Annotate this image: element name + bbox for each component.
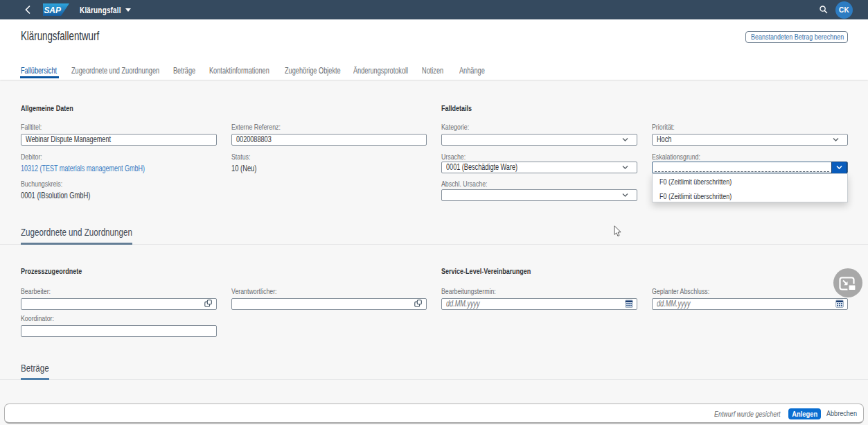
svg-text:SAP: SAP	[44, 6, 61, 16]
